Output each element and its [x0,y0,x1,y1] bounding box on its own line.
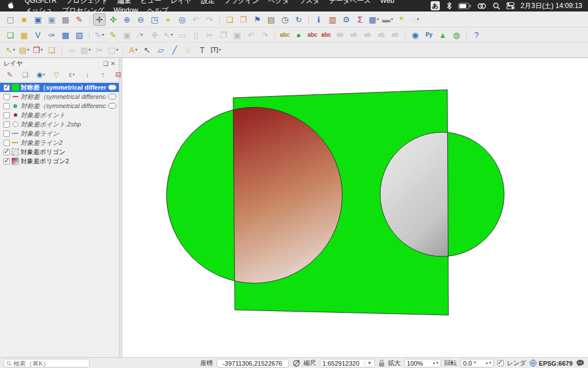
zoom-in-button[interactable]: ⊕ [121,13,133,26]
add-delimited-text-layer-button[interactable]: V [32,29,44,41]
battery-icon[interactable] [458,3,471,9]
render-checkbox[interactable] [497,360,504,366]
select-by-location-button[interactable]: ❏ [45,44,58,56]
save-project-as-button[interactable]: ▣ [45,13,58,26]
help-contents-button[interactable]: ? [470,29,483,41]
layer-indicator-badge[interactable] [108,85,117,90]
close-panel-icon[interactable]: ✕ [111,60,115,67]
layer-visibility-checkbox[interactable] [3,140,10,146]
new-map-view-button[interactable]: ❏ [223,13,236,26]
crs-status[interactable]: EPSG:6679 [539,360,572,367]
pan-to-selection-button[interactable]: ✜ [107,13,119,26]
statistical-summary-button[interactable]: ▥ [326,13,339,26]
show-bookmarks-button[interactable]: ▤ [265,13,277,26]
menu-settings[interactable]: 設定 [201,0,215,5]
add-virtual-layer-button[interactable]: ▨ [73,29,86,41]
manage-map-themes-button[interactable]: ◉ [34,70,47,80]
python-console-button[interactable]: Py [423,29,435,41]
text-annotation-button[interactable]: T [196,44,208,56]
pan-map-button[interactable]: ✛ [93,13,106,26]
open-project-button[interactable]: ■ [18,13,30,26]
polygon-annotation-button[interactable]: ▱ [154,44,167,56]
temporal-controller-button[interactable]: ◷ [278,13,291,26]
add-mesh-layer-button[interactable]: ▩ [59,29,72,41]
layer-row[interactable]: 対象差ライン [0,129,119,138]
layer-visibility-checkbox[interactable] [3,158,10,164]
menu-edit[interactable]: 編集 [117,0,131,5]
pin-labels-button[interactable]: abc [306,29,319,41]
bluetooth-icon[interactable] [446,2,452,10]
layer-visibility-checkbox[interactable] [3,121,10,128]
geometry-checker-button[interactable]: ◍ [450,29,463,41]
messages-icon[interactable] [576,359,585,367]
select-features-button[interactable]: ↖ [4,44,17,56]
show-statistics-button[interactable]: Σ [354,13,366,26]
layer-row[interactable]: 対称差（symmetrical difference） [0,83,119,92]
line-annotation-button[interactable]: ╱ [168,44,181,56]
layer-indicator-badge[interactable] [108,103,117,109]
deselect-features-button[interactable]: ❐ [32,44,44,56]
add-vector-layer-button[interactable]: ❏ [4,29,17,41]
menu-database[interactable]: データベース [329,0,371,5]
input-source-icon[interactable]: あ [431,1,440,10]
apple-menu-icon[interactable] [8,2,16,10]
select-by-value-button[interactable]: ▤ [18,44,30,56]
save-project-button[interactable]: ▣ [32,13,44,26]
new-project-button[interactable]: ▢ [4,13,17,26]
coordinate-input[interactable]: -39711306,21522676 [216,359,289,367]
layer-visibility-checkbox[interactable] [3,94,10,100]
zoom-to-layer-button[interactable]: ◎ [176,13,188,26]
digitize-with-shape-button[interactable]: ▲ [436,29,449,41]
layer-row[interactable]: 対称差（symmetrical difference） [0,92,119,101]
menu-vector[interactable]: ベクタ [268,0,289,5]
magnifier-input[interactable]: 100%▲▼ [404,359,441,367]
modify-annotations-button[interactable]: ↖ [141,44,153,56]
metasearch-button[interactable]: ◉ [409,29,421,41]
lock-scale-icon[interactable] [378,359,385,367]
measure-line-button[interactable]: ▬ [381,13,394,26]
layer-visibility-checkbox[interactable] [3,131,10,137]
marker-annotation-button[interactable]: ☆ [182,44,195,56]
menu-web[interactable]: Web [380,0,394,5]
layer-visibility-checkbox[interactable] [3,103,10,109]
layer-visibility-checkbox[interactable] [3,85,10,91]
layer-row[interactable]: 対象差ポイント.2shp [0,120,119,129]
search-input[interactable] [13,360,87,367]
control-center-icon[interactable] [506,2,514,9]
layer-row[interactable]: 対象差ライン2 [0,138,119,147]
stepper-icon[interactable]: ▲▼ [485,359,492,367]
options-button[interactable]: ⚙ [340,13,353,26]
layer-row[interactable]: 対称差（symmetrical difference） [0,101,119,110]
scale-combobox[interactable]: 1:652912320▼ [320,359,375,367]
map-tips-button[interactable]: ❝ [395,13,408,26]
annotation-layer-button[interactable]: A [127,44,140,56]
toggle-editing-button[interactable]: ✎ [107,29,119,41]
add-group-button[interactable]: ❏ [19,70,32,80]
menu-view[interactable]: ビュー [140,0,161,5]
handoff-icon[interactable] [477,3,486,9]
filter-legend-button[interactable]: ▽ [50,70,63,80]
toggle-extents-icon[interactable] [292,359,300,367]
layer-labeling-button[interactable]: abc [278,29,291,41]
layer-row[interactable]: 対象差ポイント [0,110,119,120]
spotlight-search-icon[interactable] [493,2,500,10]
style-manager-button[interactable]: ✎ [73,13,86,26]
new-3d-map-view-button[interactable]: ❐ [237,13,250,26]
add-raster-layer-button[interactable]: ▦ [18,29,30,41]
add-postgis-layer-button[interactable]: ✑ [45,29,58,41]
menu-plugins[interactable]: プラグイン [224,0,259,5]
menu-layer[interactable]: レイヤ [171,0,192,5]
expand-all-button[interactable]: ↓ [81,70,94,80]
zoom-out-button[interactable]: ⊖ [134,13,147,26]
layer-styling-button[interactable]: ● [292,29,305,41]
rotation-input[interactable]: 0.0 °▲▼ [461,359,494,367]
menu-project[interactable]: プロジェクト [66,0,109,5]
menu-clock[interactable]: 2月3日(土) 14:09:13 [521,1,582,11]
identify-features-button[interactable]: ℹ [312,13,325,26]
refresh-map-button[interactable]: ↻ [292,13,305,26]
float-panel-icon[interactable]: ❑ [103,60,109,67]
zoom-to-selection-button[interactable]: ⌖ [162,13,175,26]
collapse-all-button[interactable]: ↑ [96,70,109,80]
map-canvas[interactable] [122,58,588,357]
menu-raster[interactable]: ラスタ [299,0,320,5]
